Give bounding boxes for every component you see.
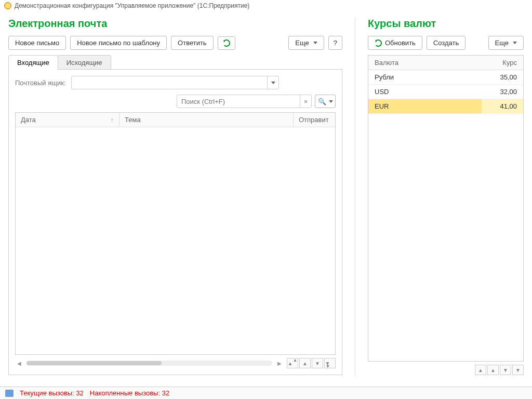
- table-row[interactable]: Рубли35,00: [368, 70, 523, 85]
- column-subject[interactable]: Тема: [119, 113, 294, 127]
- column-sender[interactable]: Отправит: [294, 113, 335, 127]
- refresh-button[interactable]: [218, 36, 235, 50]
- refresh-icon: [375, 39, 382, 47]
- hscroll-left[interactable]: ◀: [15, 361, 23, 366]
- table-row[interactable]: EUR41,00: [368, 99, 523, 114]
- sort-asc-icon: ↑: [111, 116, 114, 124]
- cell-rate: 32,00: [475, 88, 517, 96]
- column-date[interactable]: Дата ↑: [16, 113, 119, 127]
- chevron-down-icon: [271, 82, 275, 84]
- email-toolbar: Новое письмо Новое письмо по шаблону Отв…: [8, 36, 342, 50]
- column-date-label: Дата: [21, 116, 36, 124]
- rates-table-head: Валюта Курс: [368, 56, 523, 70]
- app-icon: [4, 2, 11, 9]
- panel-divider: [355, 18, 355, 375]
- nav-down[interactable]: ▼: [312, 358, 323, 368]
- mailbox-select[interactable]: [71, 76, 279, 89]
- chevron-down-icon: [329, 100, 333, 103]
- email-title: Электронная почта: [8, 18, 342, 30]
- mailbox-label: Почтовый ящик:: [15, 79, 66, 87]
- rates-more-button[interactable]: Еще: [488, 36, 524, 50]
- new-letter-button[interactable]: Новое письмо: [8, 36, 66, 50]
- chevron-down-icon: [513, 42, 517, 44]
- search-icon: 🔍: [318, 98, 326, 105]
- tab-inbox[interactable]: Входящие: [8, 55, 58, 70]
- nav-up[interactable]: ▲: [299, 358, 311, 368]
- email-table: Дата ↑ Тема Отправит: [15, 112, 336, 355]
- refresh-icon: [223, 39, 230, 47]
- hscroll-thumb[interactable]: [26, 361, 162, 365]
- nav-last[interactable]: ▼▼: [324, 358, 336, 368]
- nav-first[interactable]: ▲▲: [287, 358, 298, 368]
- more-label: Еще: [495, 39, 509, 47]
- search-input[interactable]: [177, 98, 300, 105]
- nav-down[interactable]: ▼: [500, 365, 511, 375]
- hscroll-track[interactable]: [26, 361, 272, 366]
- refresh-label: Обновить: [385, 39, 416, 47]
- reply-button[interactable]: Ответить: [171, 36, 214, 50]
- cell-rate: 41,00: [482, 99, 523, 113]
- hscroll-right[interactable]: ▶: [275, 361, 284, 366]
- nav-up[interactable]: ▲: [487, 365, 499, 375]
- cell-currency: Рубли: [375, 73, 475, 81]
- tab-outbox[interactable]: Исходящие: [58, 55, 111, 70]
- help-button[interactable]: ?: [328, 36, 342, 50]
- email-tabs: Входящие Исходящие: [8, 55, 342, 70]
- chevron-down-icon: [313, 42, 317, 44]
- more-label: Еще: [295, 39, 309, 47]
- rates-refresh-button[interactable]: Обновить: [368, 36, 422, 50]
- cell-currency: USD: [375, 88, 475, 96]
- rates-title: Курсы валют: [368, 18, 524, 30]
- row-nav: ▲▲ ▲ ▼ ▼▼: [287, 358, 336, 368]
- titlebar-text: Демонстрационная конфигурация "Управляем…: [15, 2, 249, 9]
- nav-last[interactable]: ▼: [512, 365, 524, 375]
- mailbox-dropdown-button[interactable]: [267, 76, 278, 89]
- cell-rate: 35,00: [475, 73, 517, 81]
- search-input-wrap: ×: [177, 95, 312, 108]
- nav-first[interactable]: ▲: [475, 365, 486, 375]
- search-clear-button[interactable]: ×: [300, 95, 311, 108]
- cell-currency: EUR: [375, 102, 482, 110]
- rates-row-nav: ▲ ▲ ▼ ▼: [475, 365, 524, 375]
- tab-body: Почтовый ящик: × 🔍: [8, 69, 342, 375]
- rates-create-button[interactable]: Создать: [427, 36, 466, 50]
- titlebar: Демонстрационная конфигурация "Управляем…: [0, 0, 532, 11]
- new-letter-template-button[interactable]: Новое письмо по шаблону: [70, 36, 167, 50]
- email-more-button[interactable]: Еще: [288, 36, 324, 50]
- rates-toolbar: Обновить Создать Еще: [368, 36, 524, 50]
- rates-table: Валюта Курс Рубли35,00USD32,00EUR41,00: [368, 55, 524, 362]
- email-table-body: [16, 127, 335, 354]
- search-button[interactable]: 🔍: [315, 95, 336, 108]
- column-rate[interactable]: Курс: [475, 59, 517, 66]
- table-row[interactable]: USD32,00: [368, 85, 523, 99]
- column-currency[interactable]: Валюта: [375, 59, 475, 66]
